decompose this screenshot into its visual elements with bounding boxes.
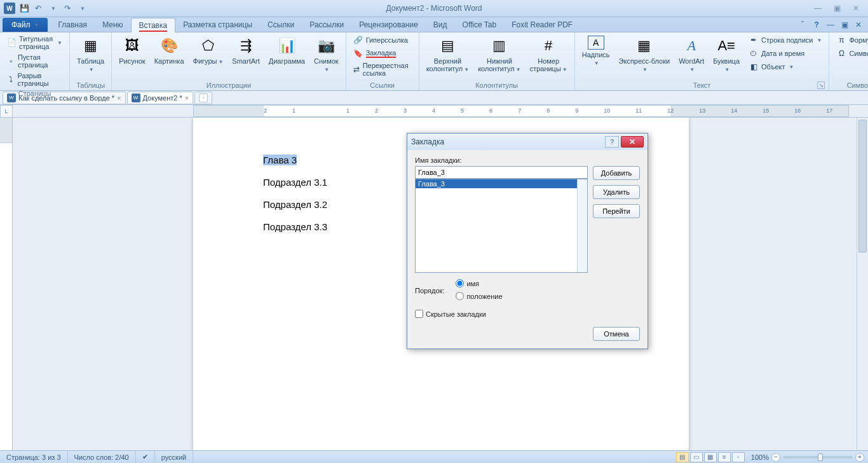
crossref-button[interactable]: ⇄Перекрестная ссылка [350, 60, 415, 78]
equation-button[interactable]: πФормула▼ [833, 34, 868, 46]
list-scrollbar[interactable] [577, 179, 587, 272]
object-icon: ◧ [749, 62, 759, 72]
add-button[interactable]: Добавить [593, 166, 640, 180]
symbol-button[interactable]: ΩСимвол▼ [833, 47, 868, 60]
dropcap-button[interactable]: A≡Буквица▼ [710, 34, 743, 75]
object-button[interactable]: ◧Объект▼ [745, 60, 825, 73]
view-outline-icon[interactable]: ≡ [718, 452, 731, 462]
textbox-icon: A [588, 36, 604, 50]
tab-menu[interactable]: Меню [95, 18, 130, 32]
hyperlink-button[interactable]: 🔗Гиперссылка [350, 34, 415, 46]
bookmark-dialog: Закладка ? ✕ Имя закладки: Глава_3 Добав… [407, 133, 648, 349]
save-icon[interactable]: 💾 [18, 2, 31, 15]
tab-references[interactable]: Ссылки [260, 18, 302, 32]
selected-heading[interactable]: Глава 3 [263, 155, 297, 165]
view-web-icon[interactable]: ▦ [704, 452, 717, 462]
close-tab-icon[interactable]: × [185, 94, 189, 102]
cancel-button[interactable]: Отмена [593, 327, 640, 341]
vertical-scrollbar[interactable] [857, 118, 868, 450]
zoom-out-icon[interactable]: − [771, 453, 780, 462]
status-proofing[interactable]: ✔ [136, 451, 155, 463]
bookmark-button[interactable]: 🔖Закладка [350, 47, 415, 60]
tab-page-layout[interactable]: Разметка страницы [175, 18, 260, 32]
text-launcher-icon[interactable]: ↘ [817, 81, 825, 89]
cover-page-icon: 📄 [7, 38, 17, 48]
cover-page-button[interactable]: 📄Титульная страница▼ [4, 34, 65, 52]
group-links-label: Ссылки [350, 80, 415, 90]
dialog-close-icon[interactable]: ✕ [621, 136, 644, 148]
table-icon: ▦ [81, 36, 101, 56]
dialog-titlebar[interactable]: Закладка ? ✕ [407, 134, 648, 150]
clipart-icon: 🎨 [159, 36, 179, 56]
bookmark-list[interactable]: Глава_3 [415, 179, 588, 273]
status-words[interactable]: Число слов: 2/40 [68, 451, 136, 463]
screenshot-button[interactable]: 📷Снимок▼ [311, 34, 342, 75]
ruler-row: L 211234567891011121314151617 [0, 105, 868, 118]
file-tab[interactable]: Файл▼ [3, 18, 48, 32]
new-doc-icon: ▫ [199, 93, 208, 102]
quickparts-button[interactable]: ▦Экспресс-блоки▼ [616, 34, 674, 75]
close-tab-icon[interactable]: × [117, 94, 121, 102]
qat-customize-icon[interactable]: ▼ [76, 2, 89, 15]
group-headerfooter-label: Колонтитулы [423, 80, 571, 90]
horizontal-ruler[interactable]: 211234567891011121314151617 [193, 105, 849, 117]
undo-dropdown-icon[interactable]: ▼ [47, 2, 60, 15]
restore-icon[interactable]: ▣ [829, 3, 845, 14]
ribbon-minimize-icon[interactable]: ˇ [797, 19, 808, 31]
status-language[interactable]: русский [155, 451, 193, 463]
status-page[interactable]: Страница: 3 из 3 [0, 451, 68, 463]
clipart-button[interactable]: 🎨Картинка [151, 34, 187, 67]
tab-review[interactable]: Рецензирование [351, 18, 426, 32]
bookmark-list-item[interactable]: Глава_3 [416, 179, 587, 188]
help-icon[interactable]: ? [811, 19, 822, 31]
view-read-icon[interactable]: ▭ [690, 452, 703, 462]
redo-icon[interactable]: ↷ [61, 2, 74, 15]
blank-page-button[interactable]: ▫Пустая страница [4, 52, 65, 70]
wordart-button[interactable]: AWordArt▼ [675, 34, 707, 75]
scroll-thumb[interactable] [858, 120, 867, 252]
zoom-thumb[interactable] [818, 453, 823, 461]
undo-icon[interactable]: ↶ [32, 2, 44, 15]
smartart-button[interactable]: ⇶SmartArt [229, 34, 262, 67]
win-minimize2-icon[interactable]: — [825, 19, 836, 31]
order-name-radio[interactable]: имя [456, 279, 502, 287]
close-icon[interactable]: ✕ [848, 3, 864, 14]
bookmark-name-input[interactable] [415, 166, 588, 179]
header-button[interactable]: ▤Верхний колонтитул▼ [423, 34, 473, 75]
goto-button[interactable]: Перейти [593, 204, 640, 218]
zoom-label[interactable]: 100% [751, 453, 769, 461]
datetime-button[interactable]: ⏲Дата и время [745, 47, 825, 60]
tab-office-tab[interactable]: Office Tab [455, 18, 505, 32]
pagenum-button[interactable]: #Номер страницы▼ [527, 34, 571, 75]
order-position-radio[interactable]: положение [456, 292, 502, 300]
chart-button[interactable]: 📊Диаграмма [266, 34, 308, 67]
tab-insert[interactable]: Вставка [131, 18, 176, 32]
tab-home[interactable]: Главная [50, 18, 95, 32]
dialog-help-icon[interactable]: ? [605, 136, 619, 148]
win-close2-icon[interactable]: ✕ [853, 19, 864, 31]
hidden-bookmarks-checkbox[interactable] [415, 310, 423, 318]
footer-button[interactable]: ▥Нижний колонтитул▼ [475, 34, 524, 75]
page-break-button[interactable]: ⤵Разрыв страницы [4, 71, 65, 88]
doctab-new[interactable]: ▫ [194, 92, 212, 104]
delete-button[interactable]: Удалить [593, 185, 640, 199]
zoom-slider[interactable] [783, 456, 853, 459]
win-restore2-icon[interactable]: ▣ [839, 19, 850, 31]
blank-page-icon: ▫ [7, 56, 15, 66]
shapes-button[interactable]: ⬠Фигуры▼ [190, 34, 227, 67]
tab-foxit[interactable]: Foxit Reader PDF [504, 18, 580, 32]
tab-selector[interactable]: L [0, 105, 13, 118]
textbox-button[interactable]: AНадпись▼ [579, 34, 613, 69]
view-print-icon[interactable]: ▤ [676, 452, 689, 462]
view-draft-icon[interactable]: ▫ [732, 452, 745, 462]
doctab-2[interactable]: WДокумент2 *× [127, 92, 194, 104]
table-button[interactable]: ▦Таблица▼ [74, 34, 107, 75]
zoom-in-icon[interactable]: + [855, 453, 864, 462]
picture-button[interactable]: 🖼Рисунок [116, 34, 149, 67]
tab-mailings[interactable]: Рассылки [302, 18, 351, 32]
document-tabbar: WКак сделать ссылку в Ворде *× WДокумент… [0, 91, 868, 105]
minimize-icon[interactable]: — [810, 3, 826, 14]
signature-button[interactable]: ✒Строка подписи▼ [745, 34, 825, 46]
tab-view[interactable]: Вид [426, 18, 455, 32]
vertical-ruler[interactable] [0, 118, 13, 450]
